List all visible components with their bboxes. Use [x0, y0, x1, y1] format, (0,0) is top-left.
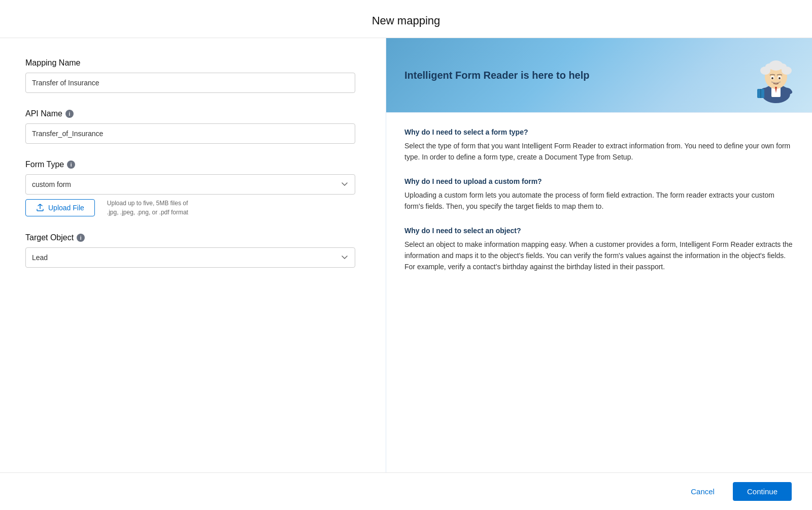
- form-type-label: Form Type i: [25, 160, 360, 169]
- api-name-group: API Name i: [25, 109, 360, 144]
- api-name-label: API Name i: [25, 109, 360, 118]
- mapping-name-label: Mapping Name: [25, 58, 360, 68]
- help-question-3: Why do I need to select an object?: [404, 227, 794, 235]
- form-type-select[interactable]: custom form standard form: [25, 174, 355, 195]
- upload-icon: [36, 204, 44, 212]
- form-type-group: Form Type i custom form standard form Up…: [25, 160, 360, 217]
- form-panel: Mapping Name API Name i Form Type i cust…: [0, 38, 386, 472]
- page-title: New mapping: [0, 0, 812, 38]
- target-object-group: Target Object i Lead Contact Account Opp…: [25, 233, 360, 268]
- help-answer-2: Uploading a custom form lets you automat…: [404, 189, 794, 212]
- svg-point-7: [779, 63, 787, 70]
- api-name-input[interactable]: [25, 123, 355, 144]
- help-panel: Intelligent Form Reader is here to help: [386, 38, 812, 472]
- svg-point-6: [765, 63, 773, 70]
- mapping-name-input[interactable]: [25, 73, 355, 93]
- help-question-1: Why do I need to select a form type?: [404, 128, 794, 136]
- mapping-name-group: Mapping Name: [25, 58, 360, 93]
- cancel-button[interactable]: Cancel: [681, 483, 725, 500]
- target-object-select[interactable]: Lead Contact Account Opportunity: [25, 247, 355, 268]
- target-object-info-icon[interactable]: i: [77, 234, 85, 242]
- main-content: Mapping Name API Name i Form Type i cust…: [0, 38, 812, 472]
- help-section-1: Why do I need to select a form type? Sel…: [404, 128, 794, 163]
- help-section-2: Why do I need to upload a custom form? U…: [404, 177, 794, 212]
- page-footer: Cancel Continue: [0, 472, 812, 510]
- upload-hint: Upload up to five, 5MB files of .jpg, .j…: [107, 199, 188, 217]
- form-type-info-icon[interactable]: i: [67, 161, 75, 169]
- svg-point-11: [779, 77, 781, 79]
- api-name-info-icon[interactable]: i: [65, 110, 74, 118]
- upload-file-button[interactable]: Upload File: [25, 199, 95, 216]
- help-question-2: Why do I need to upload a custom form?: [404, 177, 794, 185]
- target-object-label: Target Object i: [25, 233, 360, 242]
- continue-button[interactable]: Continue: [733, 482, 792, 501]
- help-answer-1: Select the type of form that you want In…: [404, 140, 794, 163]
- help-section-3: Why do I need to select an object? Selec…: [404, 227, 794, 273]
- help-answer-3: Select an object to make information map…: [404, 239, 794, 273]
- upload-section: Upload File Upload up to five, 5MB files…: [25, 199, 360, 217]
- help-panel-title: Intelligent Form Reader is here to help: [404, 70, 590, 81]
- einstein-mascot: [753, 52, 794, 98]
- help-header: Intelligent Form Reader is here to help: [386, 38, 812, 112]
- help-body: Why do I need to select a form type? Sel…: [386, 112, 812, 472]
- svg-point-10: [771, 77, 773, 79]
